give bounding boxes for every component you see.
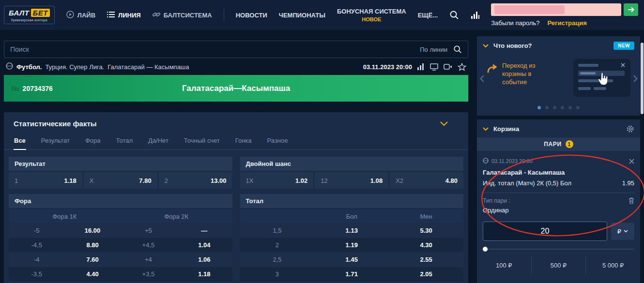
nav-live[interactable]: ЛАЙВ — [66, 11, 95, 20]
handicap-row: -4,58.80 +4,51.04 — [9, 238, 232, 252]
currency-symbol: ₽ — [617, 228, 621, 235]
slider-handle[interactable] — [483, 247, 488, 252]
menu-more[interactable]: ЕЩЁ... — [418, 12, 438, 19]
stake-input[interactable] — [483, 222, 607, 241]
odds-cell-1[interactable]: 11.18 — [9, 172, 82, 189]
odds-cell-1x[interactable]: 1X1.02 — [240, 172, 314, 189]
carousel-dot[interactable] — [576, 106, 580, 109]
topbar-divider — [224, 9, 224, 21]
nav-line[interactable]: ЛИНИЯ — [107, 11, 141, 19]
slide-title: Переход из корзины в событие — [502, 62, 551, 87]
total-over-cell[interactable]: 1.19 — [314, 241, 389, 249]
tab-correct-score[interactable]: Точный счет — [184, 134, 220, 149]
total-under-cell[interactable]: 2.05 — [389, 270, 463, 278]
total-over-cell[interactable]: 1.45 — [314, 256, 389, 263]
carousel-dot[interactable] — [561, 106, 564, 109]
forgot-password-link[interactable]: Забыли пароль? — [491, 19, 539, 27]
gear-icon[interactable] — [626, 125, 634, 133]
carousel-dot[interactable] — [537, 106, 541, 109]
list-icon — [107, 11, 115, 19]
logo-subtitle: букмекерская контора — [11, 18, 47, 22]
baltbet-logo[interactable]: БАЛТ БЕТ букмекерская контора — [4, 6, 55, 24]
handicap-cell[interactable]: -47.60 — [9, 256, 121, 263]
event-sport[interactable]: Футбол. — [16, 63, 42, 71]
handicap-cell[interactable]: +4,51.04 — [121, 241, 232, 249]
handicap-cell[interactable]: +41.06 — [121, 256, 232, 263]
close-icon[interactable] — [629, 159, 634, 164]
carousel-dot[interactable] — [545, 106, 549, 109]
menu-bonus-system[interactable]: БОНУСНАЯ СИСТЕМА НОВОЕ — [337, 8, 406, 22]
tab-race[interactable]: Гонка — [235, 134, 252, 149]
odds-cell-x[interactable]: X7.80 — [84, 172, 157, 189]
logo-text-bet: БЕТ — [31, 9, 50, 17]
stats-chart-icon[interactable] — [471, 11, 479, 19]
tab-result[interactable]: Результат — [41, 134, 70, 149]
chevron-down-icon[interactable] — [483, 127, 489, 131]
tab-total[interactable]: Тотал — [116, 134, 134, 149]
menu-championships[interactable]: ЧЕМПИОНАТЫ — [279, 12, 325, 19]
video-icon[interactable] — [444, 63, 452, 70]
total-row: 2,5 1.45 2.55 — [240, 253, 464, 267]
odds-cell-2[interactable]: 213.00 — [159, 172, 232, 189]
odds-cell-x2[interactable]: X24.80 — [390, 172, 463, 189]
sidebar-scrollbar[interactable] — [641, 43, 644, 114]
bet-datetime: 03.11.2023 20:00 — [491, 158, 533, 164]
search-input[interactable] — [10, 45, 414, 53]
tab-misc[interactable]: Разное — [267, 134, 289, 149]
handicap-cell[interactable]: +5— — [121, 227, 232, 234]
event-league[interactable]: Турция. Супер Лига. — [45, 63, 104, 71]
menu-news[interactable]: НОВОСТИ — [236, 12, 267, 19]
carousel-dot[interactable] — [553, 106, 556, 109]
tab-all[interactable]: Все — [14, 134, 26, 150]
search-submit-icon[interactable] — [453, 45, 462, 54]
monitor-icon[interactable] — [430, 63, 438, 71]
tab-pari[interactable]: ПАРИ 1 — [477, 137, 640, 151]
total-under-cell[interactable]: 4.30 — [389, 241, 463, 249]
currency-select[interactable]: ₽ — [611, 223, 634, 240]
markets-panel: Статистические факты Все Результат Фора … — [4, 112, 468, 283]
register-link[interactable]: Регистрация — [548, 19, 587, 27]
event-stats-icon[interactable] — [417, 63, 425, 70]
carousel-next-icon[interactable] — [631, 75, 639, 82]
basket-title: Корзина — [493, 125, 519, 133]
star-icon[interactable] — [458, 63, 466, 71]
login-submit-button[interactable] — [624, 3, 638, 16]
login-input[interactable] — [491, 3, 621, 16]
market-title-handicap: Фора — [9, 194, 232, 208]
chevron-down-icon[interactable] — [483, 44, 489, 47]
new-badge: NEW — [613, 42, 634, 50]
handicap-cell[interactable]: -516.00 — [9, 227, 121, 234]
nav-baltsystem[interactable]: БАЛТСИСТЕМА — [153, 11, 212, 20]
total-under-cell[interactable]: 2.55 — [389, 256, 463, 263]
football-icon — [483, 158, 489, 164]
search-mode-label[interactable]: По линии — [420, 46, 447, 53]
quick-stakes: 100 ₽ 500 ₽ 5 000 ₽ — [477, 256, 640, 275]
handicap-cell[interactable]: -4,58.80 — [9, 241, 121, 249]
carousel-dot[interactable] — [568, 106, 572, 109]
auth-block: Забыли пароль? Регистрация — [491, 3, 638, 27]
odds-cell-12[interactable]: 121.08 — [315, 172, 388, 189]
tab-handicap[interactable]: Фора — [85, 134, 101, 149]
quick-stake-5000[interactable]: 5 000 ₽ — [585, 256, 640, 275]
line-search-bar: По линии — [4, 41, 468, 58]
slide-illustration — [573, 59, 630, 98]
total-row: 3 1.71 2.05 — [240, 267, 464, 281]
quick-stake-500[interactable]: 500 ₽ — [531, 256, 586, 275]
total-under-cell[interactable]: 5.30 — [389, 227, 463, 234]
total-over-cell[interactable]: 1.13 — [314, 227, 389, 234]
quick-stake-100[interactable]: 100 ₽ — [477, 256, 531, 275]
handicap-cell[interactable]: +3,51.18 — [121, 270, 232, 278]
carousel-slide[interactable]: Переход из корзины в событие — [486, 57, 631, 100]
total-over-header: Бол — [314, 213, 389, 220]
chevron-down-icon[interactable] — [440, 121, 448, 126]
handicap-cell[interactable]: -3,54.40 — [9, 270, 121, 278]
redirect-arrow-icon — [487, 64, 498, 75]
trash-icon[interactable] — [629, 197, 634, 204]
stake-slider[interactable] — [483, 247, 634, 252]
tab-yesno[interactable]: Да/Нет — [148, 134, 169, 149]
total-over-cell[interactable]: 1.71 — [314, 270, 389, 278]
topbar: БАЛТ БЕТ букмекерская контора ЛАЙВ ЛИНИЯ… — [0, 0, 644, 30]
search-icon[interactable] — [449, 10, 459, 20]
carousel-prev-icon[interactable] — [478, 75, 486, 82]
total-row: 1,5 1.13 5.30 — [240, 223, 464, 238]
